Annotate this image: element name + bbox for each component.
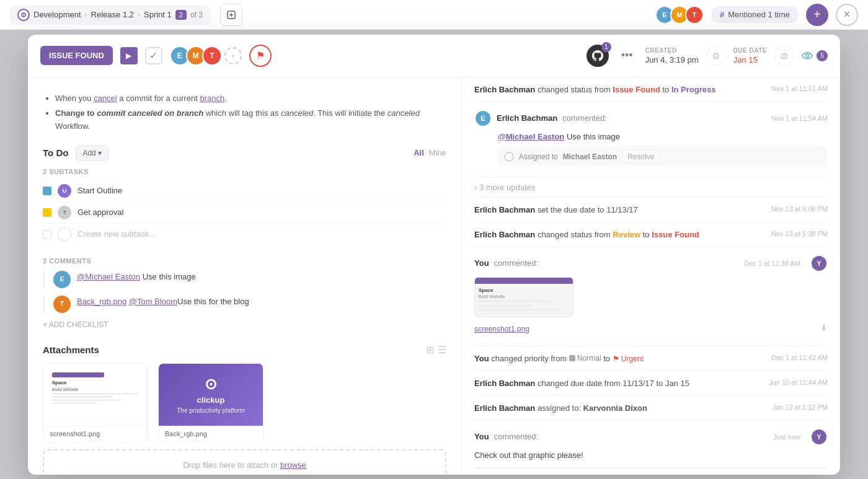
subtask-1-avatar: U xyxy=(58,184,71,198)
attachment-screenshot[interactable]: Space Build Website screenshot1.png xyxy=(43,363,148,442)
nav-action-button[interactable] xyxy=(220,4,242,26)
svg-point-6 xyxy=(505,152,513,161)
sprint-number: 2 xyxy=(175,10,187,20)
more-updates[interactable]: › 3 more updates xyxy=(474,178,828,198)
check-button[interactable]: ✓ xyxy=(145,47,162,64)
nav-avatar-3: T xyxy=(685,6,704,24)
comment-2-filename[interactable]: Back_rgb.png xyxy=(77,297,126,306)
create-subtask-avatar xyxy=(58,227,71,241)
assignee-avatars: E M T + xyxy=(170,46,242,66)
time-1: Nov 1 at 11:51 AM xyxy=(772,85,828,92)
right-panel: Erlich Bachman changed status from Issue… xyxy=(462,77,840,475)
comment-2-avatar: T xyxy=(53,296,71,313)
breadcrumb-release[interactable]: Release 1.2 xyxy=(91,10,134,19)
attachments-title: Attachments xyxy=(43,345,421,355)
assigned-mention: Assigned to Michael Easton Resolve xyxy=(498,146,828,167)
svg-point-5 xyxy=(806,54,809,57)
drop-text: Drop files here to attach or xyxy=(183,460,280,470)
attachments-grid: Space Build Website screenshot1.png xyxy=(43,363,446,442)
plus-button[interactable]: + xyxy=(806,4,828,26)
list-view-button[interactable]: ☰ xyxy=(438,344,446,356)
todo-filter: All Mine xyxy=(414,148,446,157)
create-subtask-icon xyxy=(43,230,51,239)
github-badge: 1 xyxy=(601,42,611,52)
breadcrumb-sprint[interactable]: Sprint 1 xyxy=(144,10,172,19)
cancel-link[interactable]: cancel xyxy=(94,94,117,103)
nav-right: E M T # Mentioned 1 time + × xyxy=(655,4,858,26)
add-assignee-button[interactable]: + xyxy=(224,47,242,64)
github-button[interactable]: 1 xyxy=(587,45,609,67)
browse-link[interactable]: browse xyxy=(280,460,306,470)
mentioned-badge[interactable]: # Mentioned 1 time xyxy=(711,6,799,23)
add-checklist-button[interactable]: + ADD CHECKLIST xyxy=(43,320,446,329)
created-value: Jun 4, 3:19 pm xyxy=(645,55,699,64)
activity-screenshot-thumb[interactable]: Space Build Website xyxy=(474,277,574,317)
create-subtask-placeholder[interactable]: Create new subtask... xyxy=(78,229,156,239)
flag-button[interactable]: ⚑ xyxy=(249,45,272,67)
breadcrumb-development[interactable]: Development xyxy=(33,10,81,19)
breadcrumb: Development › Release 1.2 › Sprint 1 2 o… xyxy=(10,5,210,25)
activity-due-date: Erlich Bachman set the due date to 11/13… xyxy=(474,198,828,222)
activity-you-comment-2: You commented: Just now Y Check out that… xyxy=(474,421,828,468)
comment-1-avatar: E xyxy=(53,271,71,288)
subtask-1[interactable]: U Start Outline xyxy=(43,180,446,202)
todo-section: To Do Add ▾ All Mine 2 SUBTASKS U St xyxy=(43,146,446,245)
subtask-2-color xyxy=(43,208,51,217)
activity-comment-1: E Erlich Bachman commented: Nov 1 at 11:… xyxy=(474,102,828,178)
modal-overlay: ISSUE FOUND ▶ ✓ E M T + ⚑ 1 ••• CREATED … xyxy=(0,30,868,479)
todo-header: To Do Add ▾ All Mine xyxy=(43,146,446,160)
activity-status-2: Erlich Bachman changed status from Revie… xyxy=(474,222,828,247)
subtask-1-text: Start Outline xyxy=(78,186,122,195)
grid-view-button[interactable]: ⊞ xyxy=(426,344,434,356)
created-icon-btn[interactable]: ⊙ xyxy=(706,46,726,66)
mentioned-text: Mentioned 1 time xyxy=(728,10,790,19)
task-modal: ISSUE FOUND ▶ ✓ E M T + ⚑ 1 ••• CREATED … xyxy=(28,35,840,475)
you-avatar-1: Y xyxy=(810,255,828,272)
resolve-button[interactable]: Resolve xyxy=(622,150,660,164)
arrow-button[interactable]: ▶ xyxy=(120,47,138,64)
comments-count: 2 COMMENTS xyxy=(43,257,446,265)
branch-link[interactable]: branch xyxy=(200,94,224,103)
modal-header: ISSUE FOUND ▶ ✓ E M T + ⚑ 1 ••• CREATED … xyxy=(28,35,840,77)
subtasks-count: 2 SUBTASKS xyxy=(43,168,446,175)
sprint-of: of 3 xyxy=(190,11,203,19)
development-icon xyxy=(17,9,30,21)
subtask-2-avatar: ? xyxy=(58,206,71,219)
attachment-back-rgb[interactable]: ⊙ clickup The productivity platform Back… xyxy=(158,363,264,442)
clickup-tagline: The productivity platform xyxy=(177,407,245,414)
activity-assigned: Erlich Bachman assigned to: Karvonnia Di… xyxy=(474,396,828,421)
comment-2: T Back_rgb.png @Tom BloomUse this for th… xyxy=(43,296,446,313)
activity-you-comment-1: You commented: Dec 1 at 11:38 AM Y Space… xyxy=(474,247,828,346)
attachments-section: Attachments ⊞ ☰ Space xyxy=(43,344,446,475)
comment-2-mention[interactable]: @Tom Bloom xyxy=(129,297,177,306)
comment-avatar-erlich: E xyxy=(474,110,492,127)
activity-priority: You changed priority from Normal to ⚑ Ur… xyxy=(474,346,828,371)
todo-title: To Do xyxy=(43,147,68,158)
activity-due-date-2: Erlich Bachman changed due date from 11/… xyxy=(474,371,828,396)
assignee-avatar-3: T xyxy=(202,46,222,66)
create-subtask-row[interactable]: Create new subtask... xyxy=(43,224,446,245)
you-comment-2-body: Check out that graphic please! xyxy=(474,450,828,460)
filter-mine[interactable]: Mine xyxy=(429,148,446,157)
screenshot-link[interactable]: screenshot1.png xyxy=(474,325,529,333)
comment-1-content: @Michael Easton Use this image xyxy=(77,271,196,283)
comment-1-body: @Michael Easton Use this image xyxy=(498,132,828,141)
comment-input-area xyxy=(474,468,828,475)
close-nav-button[interactable]: × xyxy=(836,4,858,26)
comment-mention-michael[interactable]: @Michael Easton xyxy=(498,132,564,141)
subtask-1-color xyxy=(43,187,51,195)
due-date-meta: DUE DATE Jan 15 xyxy=(733,47,767,64)
comment-1-mention[interactable]: @Michael Easton xyxy=(77,272,140,281)
add-subtask-button[interactable]: Add ▾ xyxy=(76,146,108,160)
subtask-2[interactable]: ? Get approval xyxy=(43,202,446,224)
left-panel: When you cancel a commit for a current b… xyxy=(28,77,462,475)
issue-found-button[interactable]: ISSUE FOUND xyxy=(40,46,113,65)
more-options-button[interactable]: ••• xyxy=(616,46,638,64)
attachments-header: Attachments ⊞ ☰ xyxy=(43,344,446,356)
download-button[interactable]: ⬇ xyxy=(820,323,828,333)
watchers-button[interactable]: 5 xyxy=(802,50,828,61)
drop-zone[interactable]: Drop files here to attach or browse xyxy=(43,449,446,475)
view-toggle: ⊞ ☰ xyxy=(426,344,446,356)
filter-all[interactable]: All xyxy=(414,148,424,157)
due-date-icon-btn[interactable]: ⊙ xyxy=(774,46,794,66)
